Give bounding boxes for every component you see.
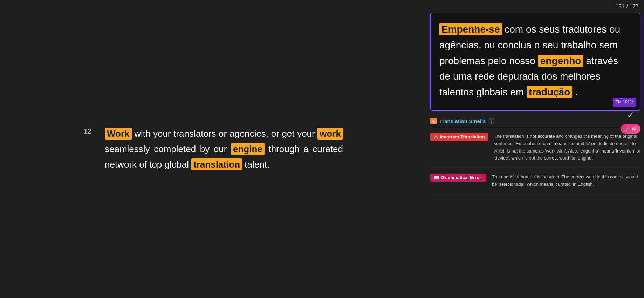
smell-item-1: ⚠ Incorrect Translation The translation … xyxy=(430,127,640,168)
ai-rocket-icon: 🚀 xyxy=(625,126,630,131)
smells-icon xyxy=(430,118,437,124)
source-text-part2: seamlessly completed by our xyxy=(105,144,231,154)
highlight-translation: translation xyxy=(191,158,242,170)
checkmark-button[interactable]: ✓ xyxy=(624,109,637,121)
incorrect-translation-label: Incorrect Translation xyxy=(440,134,485,140)
book-icon: 📖 xyxy=(434,175,439,180)
translation-highlighted-1: Empenhe-se xyxy=(439,23,502,35)
translation-highlighted-2: engenho xyxy=(538,55,583,67)
source-text: Work with your translators or agencies, … xyxy=(105,126,343,172)
source-text-container: 12 Work with your translators or agencie… xyxy=(84,126,343,172)
highlight-engine: engine xyxy=(231,143,265,155)
line-number: 12 xyxy=(84,127,94,135)
info-icon[interactable]: i xyxy=(489,118,494,124)
warning-icon: ⚠ xyxy=(434,134,438,140)
smell-item-2: 📖 Grammatical Error The use of 'depurada… xyxy=(430,168,640,194)
translation-box[interactable]: Empenhe-se com os seus tradutores ou agê… xyxy=(430,13,640,111)
translation-highlighted-3: tradução xyxy=(527,86,572,98)
right-panel: 151 / 177 Empenhe-se com os seus traduto… xyxy=(427,0,644,298)
incorrect-translation-badge: ⚠ Incorrect Translation xyxy=(430,133,488,141)
action-buttons: ✓ 🚀 AI xyxy=(621,109,640,134)
incorrect-translation-description: The translation is not accurate and chan… xyxy=(494,133,640,162)
tm-badge: TM 101% xyxy=(613,98,636,107)
ai-label: AI xyxy=(632,126,636,131)
source-text-part4: talent. xyxy=(245,159,269,170)
counter: 151 / 177 xyxy=(430,4,640,10)
main-container: 12 Work with your translators or agencie… xyxy=(0,0,644,298)
smells-header: Translation Smells i xyxy=(430,115,640,127)
grammatical-error-label: Grammatical Error xyxy=(441,175,481,180)
grammatical-error-description: The use of 'depurada' is incorrect. The … xyxy=(492,174,640,188)
ai-button[interactable]: 🚀 AI xyxy=(621,124,640,134)
highlight-work2: work xyxy=(317,128,343,140)
left-panel: 12 Work with your translators or agencie… xyxy=(0,0,427,298)
grammatical-error-badge: 📖 Grammatical Error xyxy=(430,174,486,182)
highlight-work: Work xyxy=(105,128,132,140)
source-text-part1: with your translators or agencies, or ge… xyxy=(134,128,317,139)
smells-section: Translation Smells i ⚠ Incorrect Transla… xyxy=(430,115,640,294)
translation-text-3: . xyxy=(575,87,578,97)
smells-title: Translation Smells xyxy=(439,118,486,124)
